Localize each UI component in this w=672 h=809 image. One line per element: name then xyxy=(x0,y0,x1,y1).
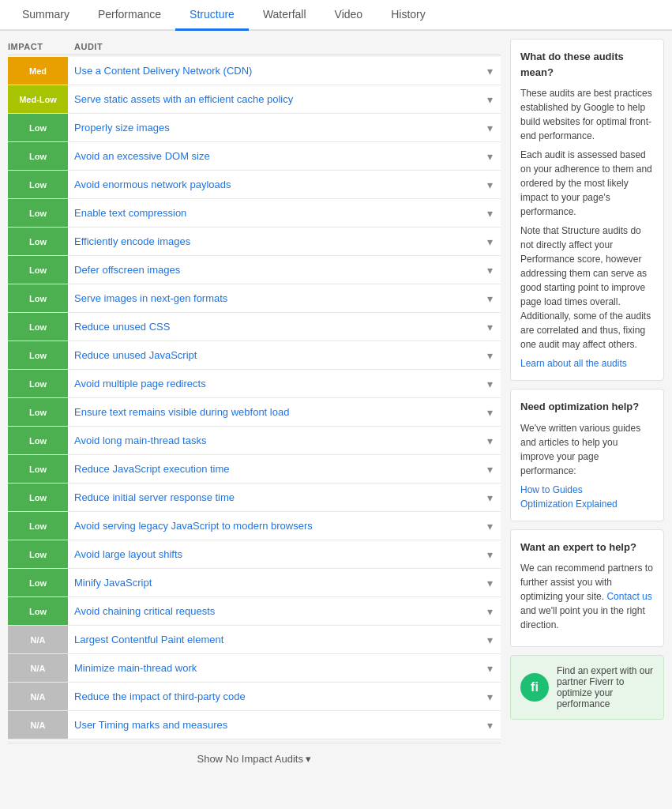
impact-badge: Low xyxy=(8,484,68,511)
expert-text: We can recommend partners to further ass… xyxy=(520,561,654,632)
chevron-down-icon[interactable]: ▾ xyxy=(479,235,501,248)
audit-label[interactable]: Avoid large layout shifts xyxy=(68,542,479,566)
impact-badge: Low xyxy=(8,142,68,170)
how-to-guides-link[interactable]: How to Guides xyxy=(520,484,583,495)
table-row: LowMinify JavaScript▾ xyxy=(8,569,501,597)
chevron-down-icon[interactable]: ▾ xyxy=(479,378,501,390)
audits-meaning-p3: Note that Structure audits do not direct… xyxy=(520,224,654,352)
audit-label[interactable]: Ensure text remains visible during webfo… xyxy=(68,400,479,424)
audit-label[interactable]: Reduce unused CSS xyxy=(68,314,479,339)
audit-label[interactable]: Defer offscreen images xyxy=(68,258,479,282)
audit-label[interactable]: Serve images in next-gen formats xyxy=(68,286,479,310)
impact-badge: Low xyxy=(8,199,68,227)
expert-card: Want an expert to help? We can recommend… xyxy=(510,529,664,648)
right-panel: What do these audits mean? These audits … xyxy=(510,39,664,774)
table-row: LowReduce unused JavaScript▾ xyxy=(8,341,501,370)
chevron-down-icon[interactable]: ▾ xyxy=(479,321,501,333)
table-row: LowAvoid long main-thread tasks▾ xyxy=(8,427,501,455)
audit-label[interactable]: Use a Content Delivery Network (CDN) xyxy=(68,58,479,83)
chevron-down-icon[interactable]: ▾ xyxy=(479,491,501,504)
impact-badge: Low xyxy=(8,398,68,426)
tab-history[interactable]: History xyxy=(377,0,440,31)
table-row: LowAvoid serving legacy JavaScript to mo… xyxy=(8,512,501,540)
expert-title: Want an expert to help? xyxy=(520,540,654,555)
audit-label[interactable]: Largest Contentful Paint element xyxy=(68,627,479,652)
audit-label[interactable]: User Timing marks and measures xyxy=(68,713,479,737)
chevron-down-icon[interactable]: ▾ xyxy=(479,463,501,476)
audit-label[interactable]: Minimize main-thread work xyxy=(68,656,479,680)
audit-label[interactable]: Avoid an excessive DOM size xyxy=(68,144,479,168)
audit-label[interactable]: Serve static assets with an efficient ca… xyxy=(68,87,479,111)
audit-label[interactable]: Reduce initial server response time xyxy=(68,485,479,510)
chevron-down-icon[interactable]: ▾ xyxy=(479,406,501,419)
audit-label[interactable]: Reduce unused JavaScript xyxy=(68,343,479,367)
chevron-down-icon[interactable]: ▾ xyxy=(479,264,501,277)
tab-summary[interactable]: Summary xyxy=(8,0,84,31)
chevron-down-icon[interactable]: ▾ xyxy=(479,349,501,362)
table-header: IMPACT AUDIT xyxy=(8,39,501,55)
audit-label[interactable]: Reduce the impact of third-party code xyxy=(68,684,479,709)
audit-label[interactable]: Avoid chaining critical requests xyxy=(68,599,479,623)
chevron-down-icon[interactable]: ▾ xyxy=(479,122,501,134)
audit-label[interactable]: Properly size images xyxy=(68,115,479,140)
impact-badge: Low xyxy=(8,427,68,454)
impact-badge: Low xyxy=(8,114,68,141)
tab-video[interactable]: Video xyxy=(321,0,377,31)
chevron-down-icon[interactable]: ▾ xyxy=(479,605,501,618)
chevron-down-icon[interactable]: ▾ xyxy=(479,93,501,106)
impact-badge: Low xyxy=(8,569,68,596)
table-row: LowProperly size images▾ xyxy=(8,114,501,142)
audits-meaning-p1: These audits are best practices establis… xyxy=(520,86,654,143)
chevron-down-icon[interactable]: ▾ xyxy=(479,292,501,305)
audit-label[interactable]: Minify JavaScript xyxy=(68,570,479,595)
audit-label[interactable]: Avoid serving legacy JavaScript to moder… xyxy=(68,514,479,538)
audit-label[interactable]: Avoid enormous network payloads xyxy=(68,172,479,197)
optimization-title: Need optimization help? xyxy=(520,399,654,415)
table-row: N/AUser Timing marks and measures▾ xyxy=(8,711,501,739)
optimization-explained-link[interactable]: Optimization Explained xyxy=(520,499,618,510)
impact-badge: N/A xyxy=(8,711,68,739)
table-row: MedUse a Content Delivery Network (CDN)▾ xyxy=(8,57,501,85)
tab-bar: Summary Performance Structure Waterfall … xyxy=(0,0,672,31)
chevron-down-icon[interactable]: ▾ xyxy=(479,435,501,447)
chevron-down-icon[interactable]: ▾ xyxy=(479,690,501,703)
impact-badge: Low xyxy=(8,455,68,483)
tab-performance[interactable]: Performance xyxy=(84,0,175,31)
audit-label[interactable]: Enable text compression xyxy=(68,201,479,225)
chevron-down-icon[interactable]: ▾ xyxy=(479,207,501,220)
contact-us-link[interactable]: Contact us xyxy=(606,591,651,602)
impact-badge: Low xyxy=(8,540,68,568)
table-row: LowServe images in next-gen formats▾ xyxy=(8,284,501,313)
impact-badge: Low xyxy=(8,597,68,625)
audit-label[interactable]: Avoid long main-thread tasks xyxy=(68,428,479,453)
table-row: LowReduce initial server response time▾ xyxy=(8,484,501,512)
tab-structure[interactable]: Structure xyxy=(175,0,249,31)
chevron-down-icon[interactable]: ▾ xyxy=(479,719,501,732)
audits-meaning-p2: Each audit is assessed based on your adh… xyxy=(520,148,654,219)
impact-badge: Low xyxy=(8,284,68,312)
chevron-down-icon[interactable]: ▾ xyxy=(479,662,501,675)
table-row: LowAvoid multiple page redirects▾ xyxy=(8,370,501,398)
audit-label[interactable]: Reduce JavaScript execution time xyxy=(68,457,479,481)
audit-label[interactable]: Avoid multiple page redirects xyxy=(68,371,479,396)
chevron-down-icon[interactable]: ▾ xyxy=(479,548,501,561)
tab-waterfall[interactable]: Waterfall xyxy=(249,0,321,31)
chevron-down-icon[interactable]: ▾ xyxy=(479,65,501,77)
table-row: LowAvoid an excessive DOM size▾ xyxy=(8,142,501,171)
chevron-down-icon[interactable]: ▾ xyxy=(479,577,501,589)
show-no-impact-button[interactable]: Show No Impact Audits ▾ xyxy=(8,743,501,774)
impact-badge: Low xyxy=(8,341,68,369)
impact-badge: N/A xyxy=(8,683,68,710)
impact-badge: Med-Low xyxy=(8,85,68,113)
audit-label[interactable]: Efficiently encode images xyxy=(68,229,479,254)
chevron-down-icon[interactable]: ▾ xyxy=(479,634,501,646)
table-row: LowDefer offscreen images▾ xyxy=(8,256,501,284)
learn-audits-link[interactable]: Learn about all the audits xyxy=(520,358,627,369)
optimization-card: Need optimization help? We've written va… xyxy=(510,389,664,521)
chevron-down-icon[interactable]: ▾ xyxy=(479,150,501,163)
chevron-down-icon[interactable]: ▾ xyxy=(479,520,501,532)
impact-badge: Low xyxy=(8,256,68,284)
table-row: LowAvoid chaining critical requests▾ xyxy=(8,597,501,626)
chevron-down-icon[interactable]: ▾ xyxy=(479,179,501,191)
audits-meaning-title: What do these audits mean? xyxy=(520,49,654,80)
